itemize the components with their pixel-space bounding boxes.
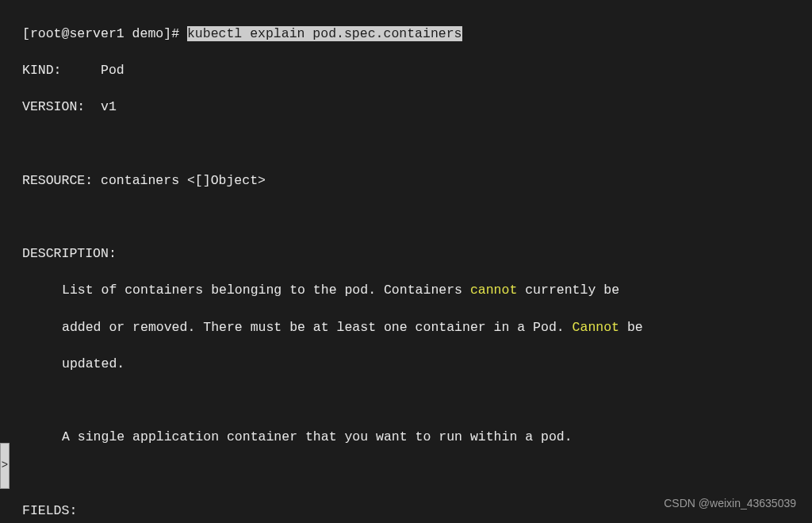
kind-line: KIND: Pod bbox=[22, 61, 812, 79]
terminal-output: [root@server1 demo]# kubectl explain pod… bbox=[0, 6, 812, 523]
blank-line bbox=[22, 208, 812, 226]
description-line: A single application container that you … bbox=[22, 428, 812, 446]
watermark-text: CSDN @weixin_43635039 bbox=[664, 496, 796, 512]
blank-line bbox=[22, 464, 812, 483]
resource-line: RESOURCE: containers <[]Object> bbox=[22, 171, 812, 190]
highlight-cannot: cannot bbox=[470, 283, 517, 298]
description-line: List of containers belonging to the pod.… bbox=[22, 281, 812, 299]
highlight-cannot: Cannot bbox=[573, 320, 619, 335]
version-line: VERSION: v1 bbox=[22, 98, 812, 116]
scrollbar-control[interactable]: > bbox=[0, 443, 10, 489]
description-header: DESCRIPTION: bbox=[22, 244, 812, 263]
description-line: added or removed. There must be at least… bbox=[22, 318, 812, 336]
blank-line bbox=[22, 135, 812, 153]
shell-prompt: [root@server1 demo]# bbox=[22, 26, 187, 41]
description-line: updated. bbox=[22, 355, 812, 373]
kind-value: Pod bbox=[101, 63, 124, 78]
resource-label: RESOURCE: bbox=[22, 173, 101, 188]
chevron-right-icon: > bbox=[2, 458, 8, 474]
command-text: kubectl explain pod.spec.containers bbox=[187, 26, 462, 41]
prompt-line: [root@server1 demo]# kubectl explain pod… bbox=[22, 25, 812, 43]
version-value: v1 bbox=[101, 99, 117, 114]
version-label: VERSION: bbox=[22, 99, 101, 114]
blank-line bbox=[22, 391, 812, 410]
resource-value: containers <[]Object> bbox=[101, 173, 266, 188]
kind-label: KIND: bbox=[22, 63, 101, 78]
